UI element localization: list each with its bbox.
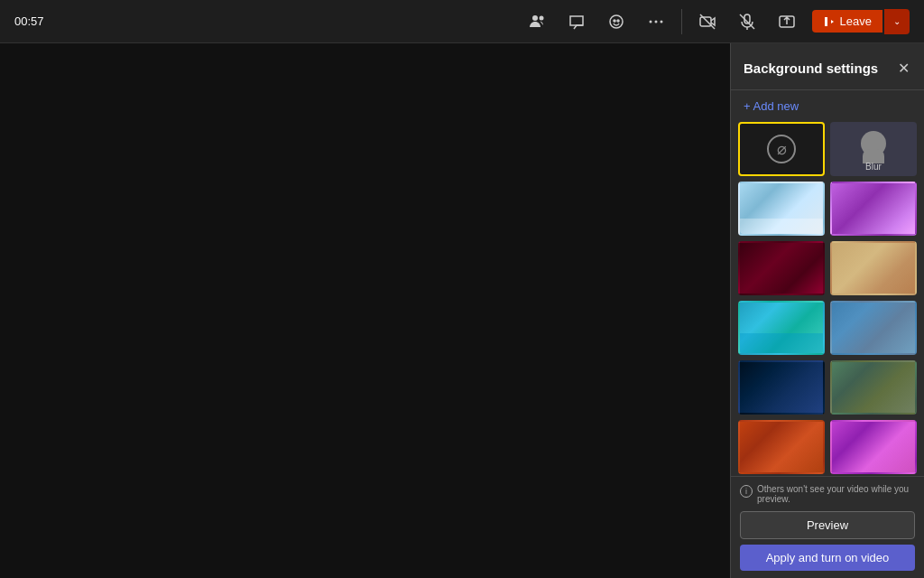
- svg-point-2: [610, 15, 623, 28]
- share-button[interactable]: [772, 7, 801, 36]
- close-panel-button[interactable]: ✕: [896, 58, 911, 79]
- background-canyon[interactable]: [738, 420, 825, 474]
- svg-point-0: [532, 15, 538, 21]
- background-tan[interactable]: [830, 241, 917, 295]
- background-city[interactable]: [830, 301, 917, 355]
- background-mountain[interactable]: [830, 360, 917, 415]
- preview-button[interactable]: Preview: [740, 511, 915, 539]
- svg-point-1: [539, 15, 543, 20]
- background-settings-panel: Background settings ✕ + Add new ⌀ Blur: [730, 43, 924, 578]
- svg-point-7: [660, 20, 662, 23]
- svg-rect-8: [700, 17, 711, 26]
- mic-button[interactable]: [733, 7, 762, 36]
- svg-point-5: [649, 20, 651, 23]
- top-bar: 00:57: [0, 0, 924, 43]
- background-none[interactable]: ⌀: [738, 122, 825, 176]
- svg-point-6: [654, 20, 657, 23]
- blur-label: Blur: [832, 162, 915, 172]
- none-icon: ⌀: [767, 135, 796, 163]
- people-button[interactable]: [522, 7, 551, 36]
- more-button[interactable]: [642, 7, 670, 36]
- background-concert[interactable]: [738, 360, 825, 415]
- panel-footer: i Others won't see your video while you …: [731, 476, 924, 578]
- background-winter[interactable]: [738, 182, 825, 236]
- top-bar-controls: Leave ⌄: [522, 7, 910, 36]
- leave-group: Leave ⌄: [812, 9, 910, 34]
- background-ocean[interactable]: [738, 301, 825, 355]
- info-icon: i: [740, 485, 753, 498]
- background-blur[interactable]: Blur: [830, 122, 917, 176]
- chat-button[interactable]: [562, 7, 591, 36]
- toolbar-separator: [681, 9, 682, 34]
- panel-title: Background settings: [744, 61, 878, 76]
- background-galaxy[interactable]: [830, 420, 917, 474]
- react-button[interactable]: [602, 7, 631, 36]
- add-new-button[interactable]: + Add new: [731, 90, 924, 122]
- video-area: [0, 43, 730, 578]
- leave-button[interactable]: Leave: [812, 10, 882, 33]
- preview-note: i Others won't see your video while you …: [740, 484, 915, 504]
- svg-point-4: [617, 20, 619, 22]
- apply-button[interactable]: Apply and turn on video: [740, 545, 915, 571]
- background-dark-red[interactable]: [738, 241, 825, 295]
- main-content: Background settings ✕ + Add new ⌀ Blur: [0, 43, 924, 578]
- svg-point-3: [614, 20, 615, 22]
- camera-button[interactable]: [693, 7, 722, 36]
- leave-chevron-button[interactable]: ⌄: [884, 9, 910, 34]
- backgrounds-grid: ⌀ Blur: [731, 122, 924, 476]
- call-timer: 00:57: [14, 14, 44, 28]
- panel-header: Background settings ✕: [731, 43, 924, 90]
- background-purple[interactable]: [830, 182, 917, 236]
